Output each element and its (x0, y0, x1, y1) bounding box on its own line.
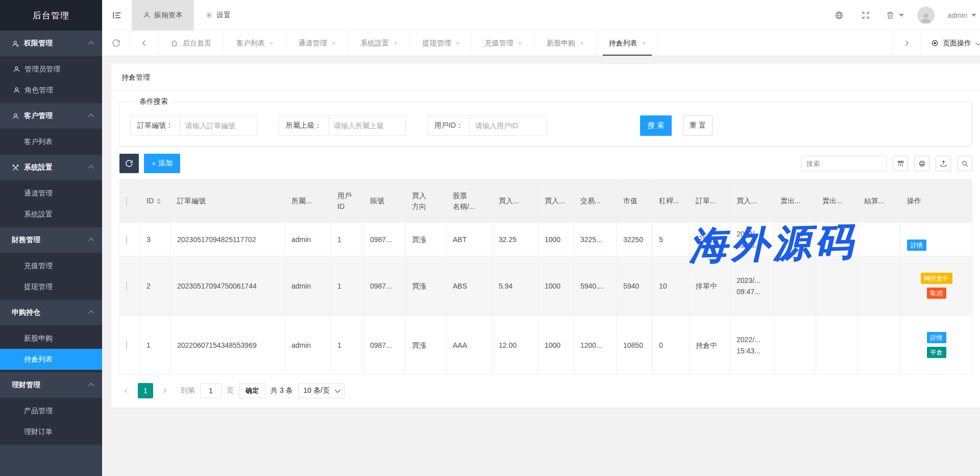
close-icon[interactable] (456, 39, 460, 47)
scroll-tabs-left-button[interactable] (130, 31, 158, 56)
sidebar-section-system[interactable]: 系统設置 (0, 155, 102, 180)
search-button[interactable]: 搜 索 (640, 115, 672, 136)
condition-search-legend: 条件搜索 (135, 97, 172, 106)
tab-ipo-subscription[interactable]: 新股申购 (534, 31, 597, 56)
open-tabs: 后台首页 客户列表 通道管理 系统設置 提现管理 (158, 31, 892, 56)
page-number-button[interactable]: 1 (138, 383, 153, 398)
page-size-label: 10 条/页 (304, 386, 330, 395)
parent-agent-input[interactable] (328, 115, 406, 136)
user-icon (11, 112, 19, 120)
workspace-tab[interactable]: 振翰资本 (132, 0, 194, 31)
language-globe-button[interactable] (832, 9, 846, 22)
next-page-button[interactable] (158, 383, 172, 398)
close-icon[interactable] (394, 39, 398, 47)
goto-page-input[interactable] (200, 383, 222, 398)
sort-icon[interactable] (157, 198, 161, 204)
clear-cache-dropdown[interactable] (886, 11, 904, 20)
tab-channel-management[interactable]: 通道管理 (286, 31, 349, 56)
page-operations-label: 页面操作 (943, 39, 971, 48)
table-row: 2 20230517094750061744 admin 1 0987... 買… (120, 256, 972, 316)
sidebar-item-channel-management[interactable]: 通道管理 (0, 183, 102, 204)
cell-leverage: 0 (653, 316, 690, 375)
sidebar-item-role-management[interactable]: 角色管理 (0, 80, 102, 101)
sidebar-item-system-settings[interactable]: 系统設置 (0, 204, 102, 225)
transfer-holding-button[interactable]: 轉持倉中 (921, 273, 952, 284)
user-id-input[interactable] (470, 115, 547, 136)
tab-home[interactable]: 后台首页 (158, 31, 224, 56)
sidebar-item-ipo-subscription[interactable]: 新股申购 (0, 328, 102, 349)
sidebar-toggle-button[interactable] (102, 0, 132, 31)
sidebar-item-customer-list[interactable]: 客户列表 (0, 131, 102, 152)
tab-withdraw-management[interactable]: 提现管理 (410, 31, 473, 56)
cell-settle-amount (858, 316, 901, 375)
export-button[interactable] (936, 156, 951, 171)
page-size-select[interactable]: 10 条/页 (298, 383, 345, 398)
cell-leverage: 5 (653, 223, 690, 256)
refresh-icon (125, 159, 133, 168)
goto-confirm-button[interactable]: 确定 (239, 383, 265, 398)
tab-system-settings[interactable]: 系统設置 (348, 31, 410, 56)
tab-label: 客户列表 (236, 39, 265, 48)
cell-buy-qty: 1000 (538, 223, 574, 256)
user-icon (143, 11, 151, 19)
tab-customer-list[interactable]: 客户列表 (224, 31, 286, 56)
sidebar-section-customer[interactable]: 客户管理 (0, 103, 102, 129)
scroll-tabs-right-button[interactable] (892, 31, 920, 56)
prev-page-button[interactable] (119, 383, 133, 398)
avatar[interactable] (917, 7, 935, 24)
refresh-table-button[interactable] (119, 154, 139, 173)
page-operations-button[interactable]: 页面操作 (920, 31, 980, 56)
tab-position-list[interactable]: 持倉列表 (597, 31, 659, 56)
cell-order-status: 已取消 (690, 223, 730, 256)
sidebar-submenu-subscription-position: 新股申购 持倉列表 (0, 325, 102, 372)
close-position-button[interactable]: 平倉 (927, 347, 946, 358)
sidebar-submenu-system: 通道管理 系统設置 (0, 180, 102, 227)
fullscreen-button[interactable] (859, 9, 872, 22)
cell-settle-amount (858, 256, 901, 316)
print-button[interactable] (914, 156, 929, 171)
sidebar-section-wealth[interactable]: 理财管理 (0, 372, 102, 398)
chevron-down-icon (335, 387, 340, 393)
sidebar-item-wealth-orders[interactable]: 理财订单 (0, 421, 102, 442)
cancel-button[interactable]: 取消 (927, 288, 946, 299)
row-checkbox[interactable] (126, 341, 127, 350)
chevron-right-icon (902, 39, 911, 47)
select-all-checkbox[interactable] (126, 196, 127, 205)
row-checkbox[interactable] (126, 235, 127, 244)
close-icon[interactable] (580, 39, 584, 47)
refresh-tab-button[interactable] (102, 31, 130, 56)
close-icon[interactable] (518, 39, 522, 47)
detail-button[interactable]: 詳情 (907, 240, 926, 251)
cell-market-value: 32250 (617, 223, 653, 256)
zoom-table-button[interactable] (957, 156, 972, 171)
close-icon[interactable] (332, 39, 336, 47)
table-search-input[interactable] (801, 156, 887, 171)
parent-agent-label: 所屬上級： (279, 115, 328, 136)
order-no-field-group: 訂單編號： (130, 115, 257, 136)
tab-recharge-management[interactable]: 充值管理 (472, 31, 534, 56)
user-menu[interactable]: admin (948, 11, 976, 19)
add-button[interactable]: + 添加 (144, 154, 180, 173)
toggle-columns-button[interactable] (893, 156, 908, 171)
sidebar-item-admin-management[interactable]: 管理员管理 (0, 59, 102, 80)
sidebar-item-withdraw-management[interactable]: 提现管理 (0, 276, 102, 297)
sidebar-item-label: 角色管理 (24, 86, 53, 95)
goto-page-label: 到第 (181, 386, 195, 395)
detail-button[interactable]: 詳情 (927, 332, 946, 343)
settings-tab[interactable]: 设置 (194, 0, 242, 31)
close-icon[interactable] (642, 39, 646, 47)
sidebar-item-product-management[interactable]: 产品管理 (0, 400, 102, 421)
cell-order-no: 20230517094825117702 (171, 223, 285, 256)
sidebar-section-subscription-position[interactable]: 申购持仓 (0, 300, 102, 325)
header-stock: 股票 名稱/... (447, 180, 493, 223)
reset-button[interactable]: 重 置 (683, 115, 713, 136)
sidebar-section-finance[interactable]: 財務管理 (0, 227, 102, 253)
close-icon[interactable] (270, 39, 274, 47)
sidebar-item-recharge-management[interactable]: 充值管理 (0, 255, 102, 276)
sidebar-item-position-list[interactable]: 持倉列表 (0, 349, 102, 370)
sidebar-section-permission[interactable]: 权限管理 (0, 31, 102, 56)
order-no-input[interactable] (180, 115, 257, 136)
cell-account: 0987... (364, 316, 406, 375)
cell-sell-price (774, 256, 816, 316)
row-checkbox[interactable] (126, 281, 127, 291)
